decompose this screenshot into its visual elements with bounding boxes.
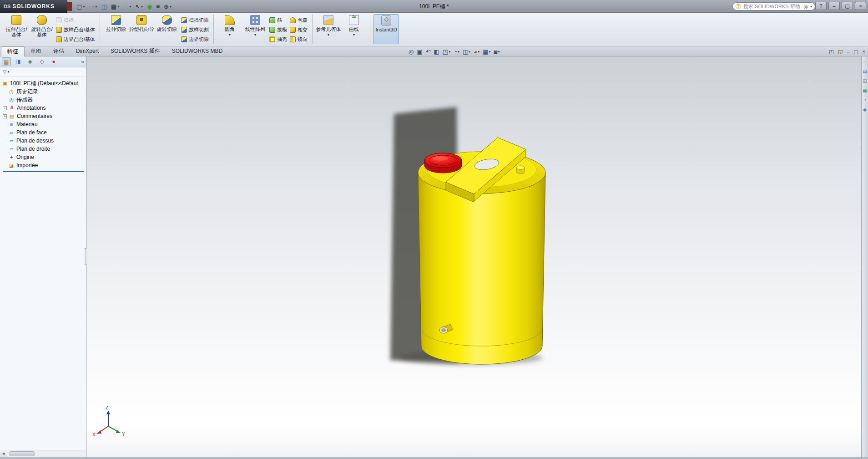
tank-model[interactable] [418, 138, 545, 364]
tab-dimxpert[interactable]: DimXpert [70, 46, 105, 56]
extruded-cut-button[interactable]: 拉伸切除 [103, 14, 129, 44]
featuremanager-tab[interactable]: ▤ [2, 57, 11, 66]
curves-button[interactable]: 曲线 ▾ [341, 14, 367, 44]
tree-root-part[interactable]: ▣ 100L PE桶 (Défaut<<Défaut [2, 79, 86, 87]
swept-cut-button[interactable]: 扫描切除 [180, 16, 210, 25]
view-palette-tab-icon[interactable]: ▦ [863, 88, 867, 93]
chevron-down-icon[interactable]: ▾ [328, 32, 329, 38]
tree-item-annotations[interactable]: + A Annotations [2, 104, 86, 112]
revolved-boss-button[interactable]: 旋转凸台/基体 [29, 14, 55, 44]
rollback-bar[interactable] [3, 171, 84, 172]
file-properties-button[interactable]: ≡ [156, 3, 160, 10]
apply-scene-button[interactable]: ▦▾ [483, 48, 490, 55]
graphics-area[interactable]: Z X Y [86, 56, 861, 457]
fillet-button[interactable]: 圆角 ▾ [217, 14, 242, 44]
swept-boss-icon [56, 17, 62, 23]
save-button[interactable]: ◫ [101, 3, 107, 10]
shell-button[interactable]: 抽壳 [268, 35, 288, 44]
search-icon[interactable]: ◎ [803, 4, 808, 10]
lofted-boss-button[interactable]: 放样凸台/基体 [55, 26, 96, 34]
tank-red-cap[interactable] [424, 153, 462, 173]
tree-item-imported[interactable]: ◪ Importée [2, 161, 86, 169]
mirror-button[interactable]: 镜向 [288, 35, 309, 44]
tree-item-sensors[interactable]: ◎ 传感器 [2, 96, 86, 104]
scroll-left-arrow[interactable]: ◄ [0, 450, 7, 457]
tree-item-material[interactable]: ≡ Materiau [2, 120, 86, 128]
lofted-cut-button[interactable]: 放样切割 [180, 26, 210, 34]
linear-pattern-button[interactable]: 线性阵列 ▾ [242, 14, 268, 44]
displaymanager-tab[interactable]: ● [49, 57, 58, 66]
tree-item-front-plane[interactable]: ▱ Plan de face [2, 128, 86, 137]
panel-horizontal-scrollbar[interactable]: ◄ [0, 450, 86, 457]
options-button[interactable]: ⊛▾ [164, 3, 172, 10]
rebuild-button[interactable]: ◉ [147, 3, 152, 10]
viewport-split-button[interactable]: ◱ [838, 49, 843, 55]
document-minimize-button[interactable]: – [847, 49, 849, 54]
filter-funnel-icon[interactable]: ▽ [3, 69, 6, 75]
undo-button[interactable]: ↶▾ [123, 3, 131, 10]
swept-boss-button[interactable]: 扫描 [55, 16, 96, 25]
edit-appearance-button[interactable]: ◕▾ [474, 48, 479, 55]
design-library-tab-icon[interactable]: ▤ [863, 69, 867, 74]
file-explorer-tab-icon[interactable]: ◫ [863, 78, 867, 83]
section-view-button[interactable]: ◧ [434, 48, 439, 55]
document-restore-button[interactable]: ▢ [853, 49, 858, 55]
panel-overflow-chevron[interactable]: » [81, 59, 84, 65]
wrap-button[interactable]: 包覆 [288, 16, 309, 25]
help-button[interactable]: ? [815, 2, 827, 10]
dimxpertmanager-tab[interactable]: ◇ [37, 57, 46, 66]
display-style-button[interactable]: ◔▾ [454, 48, 459, 55]
tree-item-history[interactable]: ◷ 历史记录 [2, 87, 86, 96]
tab-mbd[interactable]: SOLIDWORKS MBD [166, 46, 228, 56]
tree-item-origin[interactable]: + Origine [2, 153, 86, 161]
tab-features[interactable]: 特征 [1, 46, 25, 56]
zoom-to-fit-button[interactable]: ◎ [409, 48, 414, 55]
view-settings-button[interactable]: ◙▾ [494, 48, 500, 55]
search-box[interactable]: ? 搜索 SOLIDWORKS 帮助 ◎ ▾ [732, 2, 815, 10]
expand-plus-icon[interactable]: + [3, 106, 7, 110]
maximize-button[interactable]: ▢ [842, 2, 853, 10]
custom-properties-tab-icon[interactable]: ◈ [863, 107, 867, 112]
appearances-tab-icon[interactable]: ◔ [863, 97, 866, 102]
wrap-icon [290, 17, 296, 23]
new-document-button[interactable]: ▢▾ [76, 3, 85, 10]
configurationmanager-tab[interactable]: ◈ [25, 57, 35, 66]
expand-plus-icon[interactable]: + [3, 114, 7, 118]
boundary-cut-button[interactable]: 边界切除 [180, 35, 210, 44]
close-button[interactable]: × [855, 2, 866, 10]
view-orientation-button[interactable]: ◳▾ [443, 48, 450, 55]
document-close-button[interactable]: × [863, 49, 865, 54]
open-button[interactable]: ▭▾ [89, 3, 97, 10]
chevron-down-icon[interactable]: ▾ [229, 32, 231, 38]
tab-evaluate[interactable]: 评估 [47, 46, 70, 56]
boundary-boss-button[interactable]: 边界凸台/基体 [55, 35, 96, 44]
chevron-down-icon[interactable]: ▾ [353, 32, 355, 38]
minimize-button[interactable]: – [828, 2, 840, 10]
draft-button[interactable]: 拔模 [268, 26, 288, 34]
tank-top-nozzle[interactable] [516, 166, 525, 174]
reference-geometry-button[interactable]: 参考几何体 ▾ [316, 14, 341, 44]
search-dropdown-icon[interactable]: ▾ [810, 5, 812, 9]
chevron-down-icon[interactable]: ▾ [254, 32, 256, 38]
propertymanager-tab[interactable]: ◨ [14, 57, 23, 66]
revolved-cut-button[interactable]: 旋转切除 [154, 14, 180, 44]
extruded-boss-button[interactable]: 拉伸凸台/基体 [4, 14, 29, 44]
hide-show-items-button[interactable]: ◫▾ [463, 48, 470, 55]
scrollbar-thumb[interactable] [9, 451, 35, 456]
tree-item-right-plane[interactable]: ▱ Plan de droite [2, 145, 86, 153]
tab-addins[interactable]: SOLIDWORKS 插件 [105, 46, 166, 56]
tree-item-comments[interactable]: + ▤ Commentaires [2, 112, 86, 120]
resources-tab-icon[interactable]: ⌂ [863, 59, 866, 64]
hole-wizard-button[interactable]: 异型孔向导 [129, 14, 154, 44]
print-button[interactable]: ▤▾ [111, 3, 119, 10]
select-button[interactable]: ↖▾ [135, 3, 143, 10]
tab-sketch[interactable]: 草图 [25, 46, 47, 56]
viewport-layout-button[interactable]: ◰ [829, 49, 833, 55]
previous-view-button[interactable]: ↶ [426, 48, 431, 55]
rib-button[interactable]: 筋 [268, 16, 288, 25]
chevron-down-icon[interactable]: ▾ [7, 70, 9, 74]
tree-item-top-plane[interactable]: ▱ Plan de dessus [2, 137, 86, 145]
intersect-button[interactable]: 相交 [288, 26, 309, 34]
instant3d-toggle[interactable]: Instant3D [373, 14, 399, 44]
zoom-to-area-button[interactable]: ▣ [417, 48, 422, 55]
